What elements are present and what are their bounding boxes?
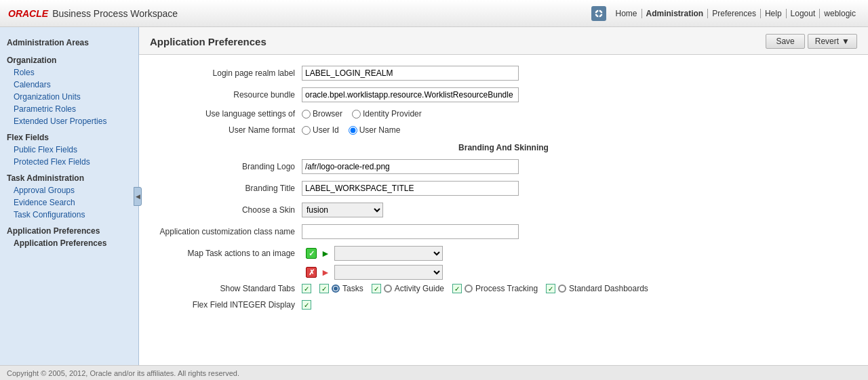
content-area: Application Preferences Save Revert ▼ Lo… — [139, 27, 868, 365]
username-format-label: User Name format — [153, 125, 302, 135]
header-nav: Home Administration Preferences Help Log… — [612, 9, 860, 18]
choose-skin-select[interactable]: fusion — [302, 203, 383, 217]
sidebar-item-calendars[interactable]: Calendars — [0, 79, 138, 91]
tasks-radio[interactable] — [332, 284, 340, 293]
map-task-arrow-green: ► — [321, 248, 330, 259]
nav-help[interactable]: Help — [761, 9, 787, 18]
standard-dashboards-radio[interactable] — [558, 284, 566, 293]
revert-dropdown-icon: ▼ — [842, 37, 850, 46]
page-actions: Save Revert ▼ — [766, 34, 857, 49]
tab-item-process-tracking: ✓ Process Tracking — [452, 284, 538, 293]
sidebar-item-protected-flex[interactable]: Protected Flex Fields — [0, 156, 138, 168]
tab-item-activity-guide: ✓ Activity Guide — [372, 284, 444, 293]
nav-logout[interactable]: Logout — [787, 9, 821, 18]
login-realm-label: Login page realm label — [153, 68, 302, 78]
map-task-label: Map Task actions to an image — [153, 249, 302, 258]
choose-skin-label: Choose a Skin — [153, 205, 302, 215]
show-standard-tabs-label: Show Standard Tabs — [153, 284, 302, 293]
sidebar-item-roles[interactable]: Roles — [0, 66, 138, 79]
username-username[interactable]: User Name — [349, 125, 401, 135]
app-custom-class-label: Application customization class name — [153, 227, 302, 236]
branding-logo-label: Branding Logo — [153, 162, 302, 171]
use-language-idp[interactable]: Identity Provider — [352, 109, 422, 119]
branding-logo-input[interactable] — [302, 159, 519, 174]
sidebar: Administration Areas Organization Roles … — [0, 27, 139, 365]
sidebar-item-org-units[interactable]: Organization Units — [0, 91, 138, 103]
branding-logo-row: Branding Logo — [153, 159, 854, 174]
tab-item-standard-dashboards: ✓ Standard Dashboards — [546, 284, 648, 293]
username-username-radio[interactable] — [349, 126, 357, 135]
use-language-idp-radio[interactable] — [352, 110, 361, 119]
sidebar-item-public-flex[interactable]: Public Flex Fields — [0, 144, 138, 156]
tasks-label: Tasks — [342, 284, 363, 293]
choose-skin-row: Choose a Skin fusion — [153, 203, 854, 217]
username-format-options: User Id User Name — [302, 125, 400, 135]
map-task-check-green[interactable]: ✓ — [306, 248, 317, 259]
process-tracking-checkbox[interactable]: ✓ — [452, 284, 462, 293]
branding-section-title: Branding And Skinning — [458, 143, 549, 152]
standard-dashboards-label: Standard Dashboards — [569, 284, 648, 293]
sidebar-section-app-prefs: Application Preferences — [0, 221, 138, 237]
map-task-select-red[interactable] — [334, 265, 443, 280]
sidebar-item-app-prefs[interactable]: Application Preferences — [0, 237, 138, 249]
flex-integer-checkbox[interactable]: ✓ — [302, 300, 311, 310]
process-tracking-radio[interactable] — [465, 284, 473, 293]
map-task-check-red[interactable]: ✗ — [306, 267, 317, 278]
footer: Copyright © 2005, 2012, Oracle and/or it… — [0, 365, 868, 380]
flex-integer-row: Flex Field INTEGER Display ✓ — [153, 300, 854, 310]
flex-integer-label: Flex Field INTEGER Display — [153, 300, 302, 310]
username-userid-radio[interactable] — [302, 126, 311, 135]
nav-user[interactable]: weblogic — [820, 9, 860, 18]
login-realm-input[interactable] — [302, 66, 519, 81]
header-icon — [591, 6, 606, 21]
sidebar-section-organization: Organization — [0, 50, 138, 66]
sidebar-item-ext-user-props[interactable]: Extended User Properties — [0, 115, 138, 127]
tab-item-tasks: ✓ Tasks — [319, 284, 363, 293]
sidebar-item-parametric-roles[interactable]: Parametric Roles — [0, 103, 138, 115]
map-task-select-green[interactable] — [334, 246, 443, 261]
oracle-logo: ORACLE — [8, 8, 48, 19]
nav-administration[interactable]: Administration — [642, 9, 709, 18]
login-realm-row: Login page realm label — [153, 66, 854, 81]
use-language-row: Use language settings of Browser Identit… — [153, 109, 854, 119]
app-title: Business Process Workspace — [52, 8, 178, 19]
nav-home[interactable]: Home — [612, 9, 642, 18]
resource-bundle-label: Resource bundle — [153, 90, 302, 100]
nav-preferences[interactable]: Preferences — [708, 9, 761, 18]
sidebar-section-flex: Flex Fields — [0, 127, 138, 144]
header: ORACLE Business Process Workspace Home A… — [0, 0, 868, 27]
map-task-row2: ✗ ► — [153, 265, 854, 280]
map-task-row1: Map Task actions to an image ✓ ► — [153, 246, 854, 261]
main-layout: Administration Areas Organization Roles … — [0, 27, 868, 365]
tasks-checkbox[interactable]: ✓ — [319, 284, 329, 293]
activity-guide-checkbox[interactable]: ✓ — [372, 284, 381, 293]
page-title: Application Preferences — [150, 36, 267, 47]
map-task-arrow-red: ► — [321, 267, 330, 278]
revert-button[interactable]: Revert ▼ — [808, 34, 857, 49]
use-language-options: Browser Identity Provider — [302, 109, 422, 119]
sidebar-header: Administration Areas — [0, 34, 138, 50]
username-userid[interactable]: User Id — [302, 125, 339, 135]
resource-bundle-input[interactable] — [302, 87, 519, 102]
show-standard-tabs-row: Show Standard Tabs ✓ ✓ Tasks ✓ Activity — [153, 284, 854, 293]
sidebar-item-task-config[interactable]: Task Configurations — [0, 209, 138, 221]
username-format-row: User Name format User Id User Name — [153, 125, 854, 135]
app-custom-class-input[interactable] — [302, 224, 519, 239]
save-button[interactable]: Save — [766, 34, 804, 49]
resource-bundle-row: Resource bundle — [153, 87, 854, 102]
app-custom-class-row: Application customization class name — [153, 224, 854, 239]
use-language-label: Use language settings of — [153, 109, 302, 119]
sidebar-item-approval-groups[interactable]: Approval Groups — [0, 184, 138, 196]
process-tracking-label: Process Tracking — [475, 284, 538, 293]
use-language-browser[interactable]: Browser — [302, 109, 342, 119]
standard-dashboards-checkbox[interactable]: ✓ — [546, 284, 555, 293]
use-language-browser-radio[interactable] — [302, 110, 311, 119]
show-tabs-main-checkbox[interactable]: ✓ — [302, 284, 311, 293]
sidebar-collapse-handle[interactable]: ◀ — [134, 187, 142, 206]
activity-guide-label: Activity Guide — [395, 284, 444, 293]
page-header: Application Preferences Save Revert ▼ — [139, 27, 868, 55]
activity-guide-radio[interactable] — [384, 284, 392, 293]
branding-title-input[interactable] — [302, 181, 519, 196]
logo-area: ORACLE Business Process Workspace — [8, 8, 178, 19]
sidebar-item-evidence-search[interactable]: Evidence Search — [0, 196, 138, 209]
